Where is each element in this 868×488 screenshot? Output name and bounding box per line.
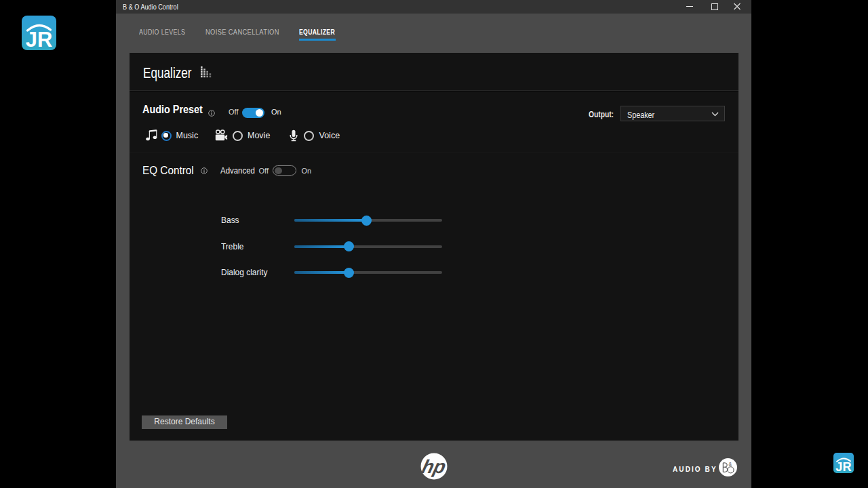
svg-text:JR: JR — [835, 460, 851, 473]
svg-text:JR: JR — [26, 28, 53, 50]
svg-text:hp: hp — [420, 455, 448, 477]
svg-text:&: & — [729, 461, 732, 466]
